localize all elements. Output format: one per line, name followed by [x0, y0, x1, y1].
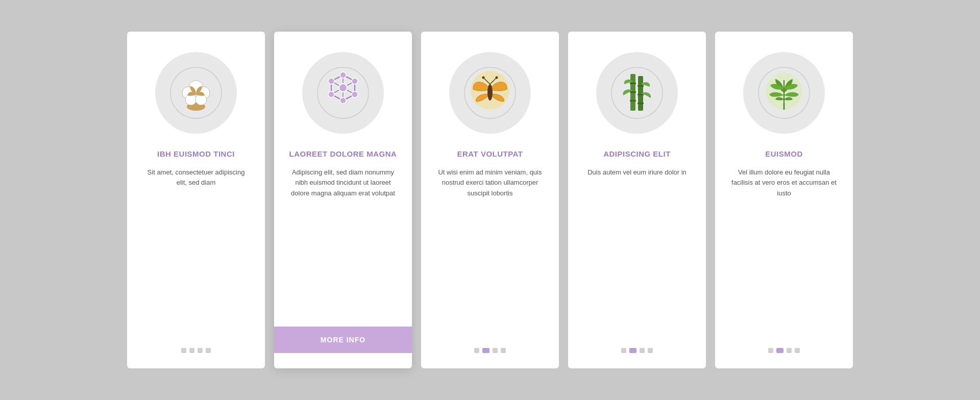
- more-info-button[interactable]: MORE INFO: [274, 327, 412, 353]
- svg-rect-34: [638, 103, 644, 104]
- svg-point-12: [340, 72, 346, 78]
- dot: [768, 348, 773, 353]
- dot: [795, 348, 800, 353]
- icon-circle-bamboo: [596, 52, 678, 134]
- card-4-text: Duis autem vel eum iriure dolor in: [587, 167, 687, 336]
- svg-rect-31: [630, 100, 636, 102]
- dot: [787, 348, 792, 353]
- dot: [181, 348, 186, 353]
- dot: [493, 348, 498, 353]
- svg-point-24: [482, 77, 485, 79]
- card-cannabis: EUISMOD Vel illum dolore eu feugiat null…: [715, 32, 853, 368]
- svg-rect-32: [638, 85, 644, 87]
- dot: [776, 348, 783, 353]
- dot: [621, 348, 626, 353]
- card-5-dots: [768, 348, 800, 353]
- card-bamboo: ADIPISCING ELIT Duis autem vel eum iriur…: [568, 32, 706, 368]
- card-2-text: Adipiscing elit, sed diam nonummy nibh e…: [288, 167, 398, 317]
- dot: [198, 348, 203, 353]
- svg-point-16: [328, 91, 334, 97]
- cotton-icon: [168, 65, 224, 121]
- molecule-icon: [315, 65, 371, 121]
- dot: [640, 348, 645, 353]
- cards-container: IBH EUISMOD TINCI Sit amet, consectetuer…: [96, 11, 884, 389]
- card-molecule: LAOREET DOLORE MAGNA Adipiscing elit, se…: [274, 32, 412, 368]
- card-4-dots: [621, 348, 653, 353]
- card-moth: ERAT VOLUTPAT Ut wisi enim ad minim veni…: [421, 32, 559, 368]
- svg-rect-29: [630, 83, 636, 84]
- svg-point-13: [352, 78, 358, 84]
- svg-rect-33: [638, 94, 644, 95]
- card-2-title: LAOREET DOLORE MAGNA: [289, 149, 397, 159]
- icon-circle-moth: [449, 52, 531, 134]
- card-1-title: IBH EUISMOD TINCI: [157, 149, 235, 159]
- icon-circle-cannabis: [743, 52, 825, 134]
- dot: [474, 348, 479, 353]
- bamboo-icon: [609, 65, 665, 121]
- svg-point-18: [339, 84, 347, 92]
- card-3-dots: [474, 348, 506, 353]
- cannabis-icon: [756, 65, 812, 121]
- svg-point-25: [496, 77, 498, 79]
- dot: [629, 348, 636, 353]
- icon-circle-molecule: [302, 52, 384, 134]
- svg-point-26: [611, 67, 663, 118]
- card-3-text: Ut wisi enim ad minim veniam, quis nostr…: [435, 167, 545, 336]
- card-5-text: Vel illum dolore eu feugiat nulla facili…: [729, 167, 839, 336]
- svg-point-15: [340, 97, 346, 104]
- dot: [482, 348, 489, 353]
- dot: [189, 348, 194, 353]
- card-5-title: EUISMOD: [765, 149, 803, 159]
- card-cotton: IBH EUISMOD TINCI Sit amet, consectetuer…: [127, 32, 265, 368]
- moth-icon: [462, 65, 518, 121]
- dot: [648, 348, 653, 353]
- svg-point-21: [487, 84, 493, 101]
- svg-point-17: [328, 78, 334, 84]
- card-1-dots: [181, 348, 211, 353]
- svg-point-14: [352, 91, 358, 97]
- card-4-title: ADIPISCING ELIT: [603, 149, 671, 159]
- dot: [206, 348, 211, 353]
- card-3-title: ERAT VOLUTPAT: [457, 149, 523, 159]
- card-1-text: Sit amet, consectetuer adipiscing elit, …: [141, 167, 251, 336]
- icon-circle-cotton: [155, 52, 237, 134]
- dot: [501, 348, 506, 353]
- svg-rect-30: [630, 91, 636, 93]
